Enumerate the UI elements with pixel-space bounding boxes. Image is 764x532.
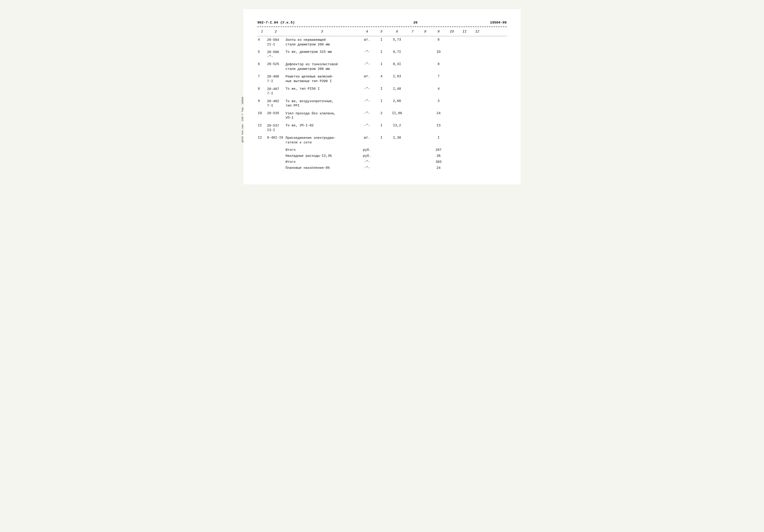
sum2-value: 36 bbox=[432, 154, 446, 158]
cell-row7-5: 4 bbox=[375, 74, 388, 78]
cell-rowIO-3: Узел прохода без клапана,УП-I bbox=[285, 111, 359, 120]
cell-rowII-1: II bbox=[257, 124, 267, 127]
table-row: 6 20-525 Дефлектор из тонколистовойстали… bbox=[257, 62, 507, 72]
sum4-label: Плановые накопления-8% bbox=[285, 166, 359, 170]
col-header-6: 6 bbox=[388, 30, 406, 34]
column-headers: I 2 3 4 5 6 7 8 9 IO II I2 bbox=[257, 28, 507, 35]
cell-row8-6: I,48 bbox=[388, 87, 406, 91]
cell-row7-4: шт. bbox=[359, 74, 375, 78]
cell-row8-5: I bbox=[375, 87, 388, 91]
sum3-label: Итого bbox=[285, 160, 359, 164]
sum3-unit: -"- bbox=[359, 160, 375, 164]
cell-row4-9: 6 bbox=[432, 38, 446, 42]
col-header-11: II bbox=[458, 30, 471, 34]
cell-row7-1: 7 bbox=[257, 74, 267, 78]
cell-row4-2: 20-504II-I bbox=[267, 38, 285, 47]
cell-rowII-6: I3,2 bbox=[388, 124, 406, 127]
cell-row6-6: 8,3I bbox=[388, 62, 406, 66]
sum2-label: Накладные расходы-I3,3% bbox=[285, 154, 359, 158]
cell-rowI2-6: I,38 bbox=[388, 136, 406, 140]
cell-row6-5: I bbox=[375, 62, 388, 66]
cell-rowII-3: То же, УП-I-02 bbox=[285, 124, 359, 127]
summary-row-4: Плановые накопления-8% -"- 24 bbox=[257, 165, 507, 171]
cell-row9-3: То же, воздухоприточные,тип РРI bbox=[285, 99, 359, 108]
sum1-label: Итого bbox=[285, 148, 359, 152]
summary-row-1: Итого руб. 267 bbox=[257, 147, 507, 152]
table-row: 8 20-4077-I То же, тип PI50 I -"- I I,48… bbox=[257, 86, 507, 97]
cell-row9-2: 20-4027-I bbox=[267, 99, 285, 108]
sum1-value: 267 bbox=[432, 148, 446, 152]
col-header-12: I2 bbox=[471, 30, 483, 34]
divider-thin bbox=[257, 36, 507, 36]
cell-row6-9: 8 bbox=[432, 62, 446, 66]
cell-rowIO-2: 20-535 bbox=[267, 111, 285, 115]
col-header-10: IO bbox=[446, 30, 458, 34]
header-row: 902-7-I.84 (У.к.5) 26 19504-09 bbox=[257, 21, 507, 25]
cell-row8-3: То же, тип PI50 I bbox=[285, 87, 359, 91]
col-header-end bbox=[483, 30, 490, 34]
cell-rowIO-9: 24 bbox=[432, 111, 446, 115]
cell-row9-6: 2,66 bbox=[388, 99, 406, 103]
col-header-3: 3 bbox=[285, 30, 359, 34]
col-header-4: 4 bbox=[359, 30, 375, 34]
header-right: 19504-09 bbox=[490, 21, 507, 25]
cell-row4-1: 4 bbox=[257, 38, 267, 42]
cell-row4-6: 5,73 bbox=[388, 38, 406, 42]
cell-rowIO-1: IO bbox=[257, 111, 267, 115]
cell-rowII-5: I bbox=[375, 124, 388, 127]
cell-row6-3: Дефлектор из тонколистовойстали диаметро… bbox=[285, 62, 359, 71]
cell-row6-1: 6 bbox=[257, 62, 267, 66]
cell-row6-2: 20-525 bbox=[267, 62, 285, 66]
cell-row7-2: 20-4087-I bbox=[267, 74, 285, 83]
sum4-unit: -"- bbox=[359, 166, 375, 170]
col-header-5: 5 bbox=[375, 30, 388, 34]
cell-row6-4: -"- bbox=[359, 62, 375, 66]
summary-row-3: Итого -"- 303 bbox=[257, 159, 507, 164]
sidebar-label: ЦНТИ Тип.зак. 150-7 Тир. 10000 bbox=[241, 97, 244, 143]
divider-top bbox=[257, 27, 507, 27]
cell-rowI2-1: I2 bbox=[257, 136, 267, 140]
cell-rowIO-5: 2 bbox=[375, 111, 388, 115]
cell-rowII-9: I3 bbox=[432, 124, 446, 127]
cell-row9-9: 3 bbox=[432, 99, 446, 103]
sum4-value: 24 bbox=[432, 166, 446, 170]
data-rows: 4 20-504II-I Зонты из нержавеющейстали д… bbox=[257, 37, 507, 171]
header-center: 26 bbox=[413, 21, 418, 25]
cell-rowI2-5: I bbox=[375, 136, 388, 140]
table-row: I2 8-48I-I9 Присоединение электродви-гат… bbox=[257, 135, 507, 146]
cell-rowI2-2: 8-48I-I9 bbox=[267, 136, 285, 140]
table-row: 9 20-4027-I То же, воздухоприточные,тип … bbox=[257, 98, 507, 109]
cell-row9-1: 9 bbox=[257, 99, 267, 103]
col-header-2: 2 bbox=[267, 30, 285, 34]
cell-row5-3: То же, диаметром 315 мм bbox=[285, 50, 359, 54]
col-header-7: 7 bbox=[406, 30, 419, 34]
cell-row8-1: 8 bbox=[257, 87, 267, 91]
cell-row8-2: 20-4077-I bbox=[267, 87, 285, 96]
cell-row8-4: -"- bbox=[359, 87, 375, 91]
table-row: 4 20-504II-I Зонты из нержавеющейстали д… bbox=[257, 37, 507, 48]
cell-row5-1: 5 bbox=[257, 50, 267, 54]
cell-rowII-2: 20-537I3-I bbox=[267, 124, 285, 133]
cell-row7-9: 7 bbox=[432, 74, 446, 78]
cell-row7-3: Решетки щелевые жалюзий-ные вытяжные тип… bbox=[285, 74, 359, 83]
cell-rowI2-3: Присоединение электродви-гателя к сети bbox=[285, 136, 359, 145]
cell-row5-6: 9,7I bbox=[388, 50, 406, 54]
header-left: 902-7-I.84 (У.к.5) bbox=[257, 21, 295, 25]
cell-row5-9: IO bbox=[432, 50, 446, 54]
cell-row9-5: I bbox=[375, 99, 388, 103]
table-row: 5 20-506-"- То же, диаметром 315 мм -"- … bbox=[257, 49, 507, 60]
sum1-unit: руб. bbox=[359, 148, 375, 152]
cell-rowI2-9: I bbox=[432, 136, 446, 140]
cell-rowIO-6: II,90 bbox=[388, 111, 406, 115]
cell-rowI2-4: шт. bbox=[359, 136, 375, 140]
summary-row-2: Накладные расходы-I3,3% руб. 36 bbox=[257, 153, 507, 158]
cell-row4-3: Зонты из нержавеющейстали диаметром 200 … bbox=[285, 38, 359, 47]
cell-row8-9: 4 bbox=[432, 87, 446, 91]
table-row: II 20-537I3-I То же, УП-I-02 -"- I I3,2 … bbox=[257, 123, 507, 133]
sum2-unit: руб. bbox=[359, 154, 375, 158]
cell-row5-5: I bbox=[375, 50, 388, 54]
sum3-value: 303 bbox=[432, 160, 446, 164]
table-row: 7 20-4087-I Решетки щелевые жалюзий-ные … bbox=[257, 74, 507, 84]
cell-row4-5: I bbox=[375, 38, 388, 42]
col-header-9: 9 bbox=[432, 30, 446, 34]
